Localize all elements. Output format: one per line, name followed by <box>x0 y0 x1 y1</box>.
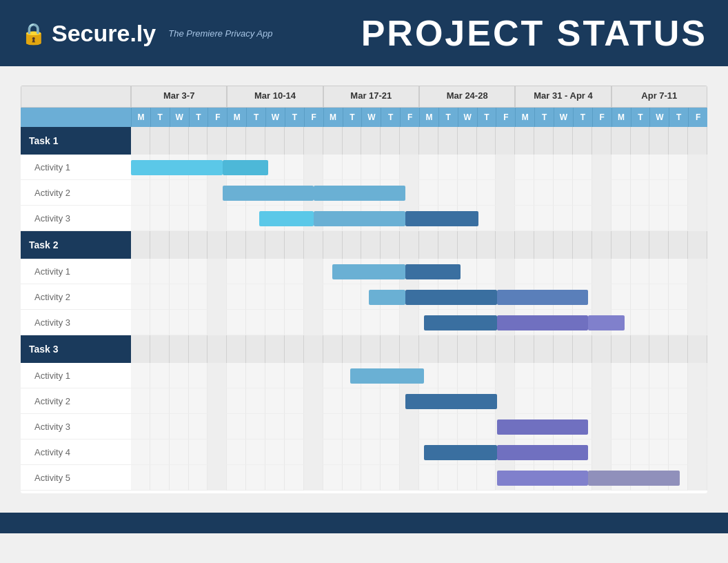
grid-cell <box>496 155 515 180</box>
grid-cell <box>246 284 265 310</box>
grid-cell <box>458 465 477 491</box>
grid-cell <box>208 155 227 180</box>
grid-cell <box>381 439 400 465</box>
grid-cell <box>323 363 343 388</box>
grid-cell <box>688 206 707 231</box>
grid-cell <box>477 388 496 414</box>
grid-cell <box>189 388 208 414</box>
grid-cell <box>534 284 554 310</box>
grid-cell <box>669 127 688 155</box>
grid-cell <box>150 414 170 439</box>
grid-cell <box>246 414 265 439</box>
grid-cell <box>343 259 362 284</box>
grid-cell <box>458 310 477 335</box>
grid-cell <box>150 388 170 414</box>
grid-cell <box>189 284 208 310</box>
grid-cell <box>554 155 573 180</box>
grid-cell <box>458 206 477 231</box>
corner-cell <box>21 86 131 108</box>
grid-cell <box>496 206 515 231</box>
week-header-2: Mar 10-14 <box>227 86 323 108</box>
grid-cell <box>458 180 477 206</box>
grid-cell <box>688 363 707 388</box>
grid-cell <box>649 284 669 310</box>
grid-cell <box>611 127 631 155</box>
grid-cell <box>227 127 246 155</box>
grid-cell <box>592 155 611 180</box>
grid-cell <box>343 206 362 231</box>
grid-cell <box>381 231 400 259</box>
grid-cell <box>611 259 631 284</box>
grid-cell <box>131 465 150 491</box>
grid-cell <box>131 439 150 465</box>
grid-cell <box>381 127 400 155</box>
grid-cell <box>323 155 343 180</box>
grid-cell <box>688 259 707 284</box>
grid-cell <box>285 206 304 231</box>
grid-cell <box>477 335 496 363</box>
grid-cell <box>150 439 170 465</box>
grid-cell <box>496 465 515 491</box>
grid-cell <box>343 388 362 414</box>
grid-cell <box>361 388 381 414</box>
grid-cell <box>496 363 515 388</box>
grid-cell <box>573 335 592 363</box>
grid-cell <box>189 363 208 388</box>
grid-cell <box>227 414 246 439</box>
day-header-0: M <box>131 108 150 127</box>
grid-cell <box>649 414 669 439</box>
grid-cell <box>323 284 343 310</box>
grid-cell <box>477 259 496 284</box>
main-content: Mar 3-7 Mar 10-14 Mar 17-21 Mar 24-28 Ma… <box>0 66 728 513</box>
task-label: Task 1 <box>21 127 131 155</box>
grid-cell <box>573 284 592 310</box>
grid-cell <box>150 465 170 491</box>
grid-cell <box>669 414 688 439</box>
grid-cell <box>227 206 246 231</box>
activity-label: Activity 3 <box>21 414 131 439</box>
grid-cell <box>227 155 246 180</box>
grid-cell <box>343 439 362 465</box>
grid-cell <box>304 335 323 363</box>
grid-cell <box>381 180 400 206</box>
grid-cell <box>496 231 515 259</box>
grid-cell <box>631 259 650 284</box>
grid-cell <box>246 206 265 231</box>
grid-cell <box>649 180 669 206</box>
grid-cell <box>208 127 227 155</box>
grid-cell <box>688 335 707 363</box>
grid-cell <box>458 127 477 155</box>
grid-cell <box>208 310 227 335</box>
grid-cell <box>361 155 381 180</box>
grid-cell <box>265 206 285 231</box>
grid-cell <box>534 231 554 259</box>
grid-cell <box>573 206 592 231</box>
week-header-6: Apr 7-11 <box>611 86 707 108</box>
grid-cell <box>573 231 592 259</box>
grid-cell <box>400 180 419 206</box>
grid-cell <box>688 414 707 439</box>
grid-cell <box>534 465 554 491</box>
grid-cell <box>400 127 419 155</box>
grid-cell <box>227 180 246 206</box>
grid-cell <box>573 388 592 414</box>
grid-cell <box>323 259 343 284</box>
grid-cell <box>534 180 554 206</box>
day-header-27: W <box>649 108 669 127</box>
grid-cell <box>477 310 496 335</box>
grid-cell <box>323 180 343 206</box>
activity-label: Activity 3 <box>21 206 131 231</box>
grid-cell <box>285 439 304 465</box>
grid-cell <box>400 155 419 180</box>
grid-cell <box>496 335 515 363</box>
grid-cell <box>515 206 534 231</box>
day-header-12: W <box>361 108 381 127</box>
grid-cell <box>131 414 150 439</box>
grid-cell <box>285 363 304 388</box>
grid-cell <box>573 180 592 206</box>
grid-cell <box>170 414 189 439</box>
grid-cell <box>170 155 189 180</box>
grid-cell <box>131 155 150 180</box>
grid-cell <box>400 310 419 335</box>
grid-cell <box>688 155 707 180</box>
